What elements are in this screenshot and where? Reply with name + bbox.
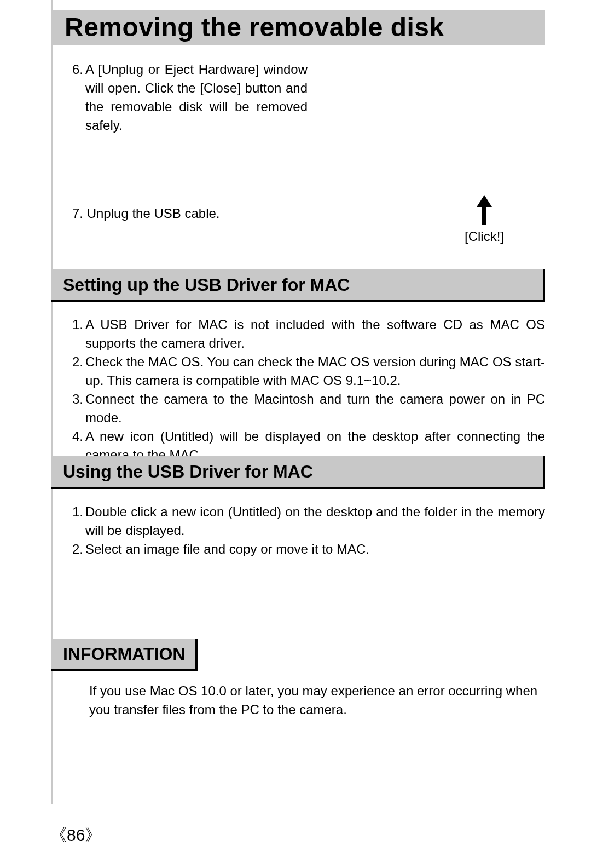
section-using-list: 1. Double click a new icon (Untitled) on… [72, 503, 545, 559]
page-number-open-bracket: 《 [50, 826, 67, 844]
section-using-box: Using the USB Driver for MAC [51, 456, 545, 489]
section-info-title: INFORMATION [51, 639, 195, 664]
section-using-title: Using the USB Driver for MAC [51, 456, 543, 482]
click-indicator: [Click!] [449, 195, 520, 244]
vertical-rule [51, 0, 53, 804]
item-number: 1. [72, 315, 83, 353]
list-item: 1. A USB Driver for MAC is not included … [72, 315, 545, 353]
item-text: A USB Driver for MAC is not included wit… [85, 315, 545, 353]
item-text: Connect the camera to the Macintosh and … [85, 390, 545, 427]
item-text: Double click a new icon (Untitled) on th… [85, 503, 545, 540]
list-item: 3. Connect the camera to the Macintosh a… [72, 390, 545, 427]
svg-marker-0 [477, 195, 492, 225]
step-7-number: 7. [72, 206, 83, 221]
arrow-up-icon [477, 195, 492, 225]
section-setup-list: 1. A USB Driver for MAC is not included … [72, 315, 545, 464]
list-item: 2. Select an image file and copy or move… [72, 540, 545, 559]
click-label: [Click!] [449, 229, 520, 244]
item-text: Check the MAC OS. You can check the MAC … [85, 353, 545, 390]
list-item: 2. Check the MAC OS. You can check the M… [72, 353, 545, 390]
item-number: 2. [72, 353, 83, 390]
list-item: 1. Double click a new icon (Untitled) on… [72, 503, 545, 540]
section-info-text: If you use Mac OS 10.0 or later, you may… [89, 682, 544, 719]
section-setup-box: Setting up the USB Driver for MAC [51, 269, 545, 302]
section-setup-title: Setting up the USB Driver for MAC [51, 269, 543, 295]
page-number-close-bracket: 》 [85, 826, 101, 844]
step-7: 7. Unplug the USB cable. [72, 204, 401, 223]
section-info-box: INFORMATION [51, 639, 198, 671]
page-title: Removing the removable disk [65, 12, 444, 42]
step-6: 6. A [Unplug or Eject Hardware] window w… [72, 60, 308, 135]
step-6-number: 6. [72, 60, 83, 135]
item-number: 2. [72, 540, 83, 559]
page-number: 《86》 [50, 824, 101, 847]
item-number: 3. [72, 390, 83, 427]
item-text: Select an image file and copy or move it… [85, 540, 545, 559]
step-6-text: A [Unplug or Eject Hardware] window will… [85, 60, 308, 135]
item-number: 1. [72, 503, 83, 540]
step-7-text: Unplug the USB cable. [87, 206, 220, 221]
page-number-value: 86 [67, 826, 85, 844]
